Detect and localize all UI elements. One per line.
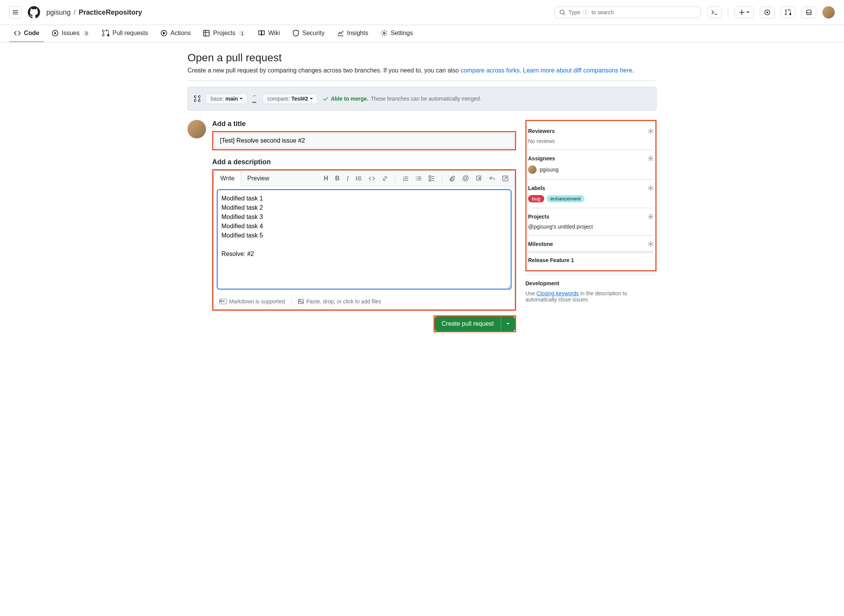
reviewers-heading: Reviewers: [528, 128, 555, 134]
create-pr-dropdown[interactable]: [501, 316, 515, 331]
pull-requests-button[interactable]: [781, 7, 795, 18]
compare-forks-link[interactable]: compare across forks: [461, 67, 520, 74]
reply-icon[interactable]: [489, 175, 495, 182]
milestone-body[interactable]: Release Feature 1: [528, 257, 654, 263]
tab-actions[interactable]: Actions: [156, 25, 195, 42]
author-avatar: [187, 120, 206, 138]
svg-point-18: [650, 158, 652, 159]
mention-icon[interactable]: @: [462, 174, 469, 182]
inbox-icon: [806, 9, 812, 15]
assignees-gear-icon[interactable]: [648, 155, 654, 162]
notifications-button[interactable]: [802, 7, 816, 18]
milestone-section: Milestone Release Feature 1: [528, 236, 654, 269]
reviewers-body: No reviews: [528, 138, 654, 144]
tab-settings-label: Settings: [391, 30, 413, 37]
tab-actions-label: Actions: [170, 30, 191, 37]
attach-files-link[interactable]: Paste, drop, or click to add files: [298, 298, 381, 305]
create-new-button[interactable]: [734, 7, 754, 18]
milestone-progress-bar: [528, 251, 654, 253]
svg-point-8: [416, 178, 417, 179]
italic-icon[interactable]: I: [346, 175, 348, 182]
ordered-list-icon[interactable]: [402, 175, 408, 182]
arrow-left-icon: ←•••: [252, 93, 258, 105]
markdown-supported-link[interactable]: Markdown is supported: [219, 298, 285, 305]
tab-code-label: Code: [24, 30, 39, 37]
labels-section: Labels bug enhancement: [528, 180, 654, 208]
svg-point-1: [767, 12, 768, 13]
create-pull-request-button[interactable]: Create pull request: [435, 316, 501, 331]
chevron-down-icon: [310, 97, 313, 100]
tab-insights[interactable]: Insights: [333, 25, 373, 42]
milestone-gear-icon[interactable]: [648, 241, 654, 247]
issues-button[interactable]: [760, 7, 775, 18]
labels-gear-icon[interactable]: [648, 185, 654, 191]
slash-key-hint: /: [583, 10, 588, 15]
breadcrumb-separator: /: [74, 8, 76, 17]
pr-title-input[interactable]: [214, 133, 514, 148]
projects-heading: Projects: [528, 214, 549, 220]
hamburger-menu-button[interactable]: [9, 6, 22, 19]
code-icon[interactable]: [369, 175, 375, 182]
merge-status: Able to merge. These branches can be aut…: [322, 96, 481, 102]
base-branch-selector[interactable]: base: main: [206, 93, 248, 104]
git-pull-request-icon: [102, 30, 109, 37]
label-bug[interactable]: bug: [528, 195, 544, 202]
breadcrumb-owner[interactable]: pgisung: [46, 8, 71, 17]
tab-code[interactable]: Code: [9, 25, 44, 42]
unordered-list-icon[interactable]: [415, 175, 422, 182]
reviewers-gear-icon[interactable]: [648, 128, 654, 134]
user-avatar[interactable]: [822, 6, 835, 19]
bold-icon[interactable]: B: [335, 175, 340, 182]
breadcrumb-repo[interactable]: PracticeRepository: [79, 8, 142, 17]
preview-tab[interactable]: Preview: [241, 171, 275, 186]
tab-wiki[interactable]: Wiki: [253, 25, 284, 42]
diff-comparisons-link[interactable]: Learn more about diff comparisons here: [523, 67, 632, 74]
pr-description-textarea[interactable]: [217, 189, 511, 289]
github-logo-icon[interactable]: [28, 6, 40, 19]
write-tab[interactable]: Write: [214, 171, 241, 186]
tab-wiki-label: Wiki: [268, 30, 280, 37]
task-list-icon[interactable]: [429, 175, 435, 182]
assignee-avatar: [528, 165, 537, 174]
create-pr-button-group: Create pull request: [434, 315, 516, 332]
command-palette-button[interactable]: [707, 7, 722, 18]
svg-rect-12: [477, 176, 481, 180]
chevron-down-icon: [746, 11, 749, 14]
git-compare-icon: [194, 95, 201, 102]
attach-icon[interactable]: [449, 175, 455, 182]
tab-settings[interactable]: Settings: [376, 25, 418, 42]
search-hint-text: to search: [591, 9, 614, 15]
svg-point-17: [650, 130, 652, 132]
fullscreen-icon[interactable]: [502, 175, 508, 182]
svg-point-7: [416, 177, 417, 177]
code-icon: [14, 30, 21, 37]
cross-reference-icon[interactable]: [476, 175, 482, 182]
compare-branch-selector[interactable]: compare: Test#2: [262, 93, 318, 104]
assignee-row[interactable]: pgisung: [528, 165, 654, 174]
tab-pulls[interactable]: Pull requests: [98, 25, 153, 42]
projects-gear-icon[interactable]: [648, 214, 654, 220]
label-enhancement[interactable]: enhancement: [547, 195, 585, 202]
development-section: Development Use Closing keywords in the …: [525, 275, 657, 308]
check-icon: [322, 96, 329, 102]
page-title: Open a pull request: [187, 52, 657, 64]
chevron-down-icon: [240, 97, 243, 100]
quote-icon[interactable]: [356, 175, 362, 182]
search-input[interactable]: Type / to search: [554, 7, 701, 18]
description-editor: Write Preview H B I: [213, 170, 515, 310]
tab-projects[interactable]: Projects 1: [198, 25, 250, 42]
markdown-icon: [219, 299, 227, 304]
shield-icon: [292, 30, 299, 37]
plus-icon: [739, 9, 745, 15]
search-placeholder-text: Type: [569, 9, 580, 15]
heading-icon[interactable]: H: [324, 175, 328, 182]
projects-body[interactable]: @pgisung's untitled project: [528, 224, 654, 230]
link-icon[interactable]: [382, 175, 388, 182]
development-heading: Development: [525, 280, 559, 286]
tab-issues-label: Issues: [62, 30, 79, 37]
svg-point-21: [650, 243, 652, 245]
assignees-section: Assignees pgisung: [528, 150, 654, 180]
tab-issues[interactable]: Issues 3: [47, 25, 95, 42]
closing-keywords-link[interactable]: Closing keywords: [537, 290, 579, 296]
tab-security[interactable]: Security: [288, 25, 329, 42]
